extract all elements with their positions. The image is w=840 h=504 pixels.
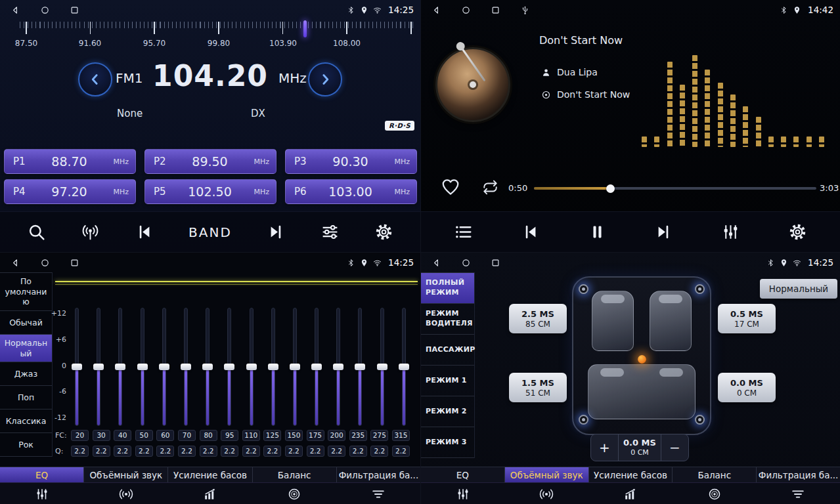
slider-handle[interactable] — [159, 364, 169, 370]
car-seating-diagram[interactable] — [572, 276, 711, 435]
audio-tab[interactable]: Усиление басов — [168, 467, 252, 482]
eq-preset-item[interactable]: Поп — [0, 386, 52, 410]
frequency-ruler[interactable]: 87.5091.6095.7099.80103.90108.00 — [7, 22, 414, 53]
tab-eq[interactable] — [0, 483, 84, 504]
slider-handle[interactable] — [290, 364, 300, 370]
sound-mode-item[interactable]: РЕЖИМ 1 — [421, 366, 474, 396]
progress-knob[interactable] — [606, 184, 615, 193]
eq-preset-item[interactable]: Рок — [0, 433, 52, 457]
slider-handle[interactable] — [377, 364, 387, 370]
eq-preset-item[interactable]: Джаз — [0, 362, 52, 386]
home-button[interactable] — [40, 5, 50, 15]
audio-tab[interactable]: Усиление басов — [589, 467, 673, 482]
tab-surround[interactable] — [505, 483, 589, 504]
recents-button[interactable] — [491, 5, 500, 15]
audio-tab[interactable]: Баланс — [673, 467, 757, 482]
tab-bass-boost[interactable] — [168, 483, 252, 504]
slider-handle[interactable] — [115, 364, 125, 370]
sound-mode-item[interactable]: РЕЖИМ 3 — [421, 427, 474, 458]
eq-preset-item[interactable]: Классика — [0, 410, 52, 433]
listening-position-dot[interactable] — [638, 355, 646, 364]
speaker-delay-button[interactable]: 1.5 MS 51 CM — [509, 373, 567, 402]
slider-handle[interactable] — [72, 364, 82, 370]
eq-band-slider[interactable] — [332, 308, 344, 426]
sound-mode-item[interactable]: РЕЖИМ ВОДИТЕЛЯ — [421, 304, 474, 335]
audio-tab[interactable]: EQ — [421, 467, 505, 482]
back-button[interactable] — [431, 258, 441, 268]
recents-button[interactable] — [70, 258, 79, 268]
album-art[interactable] — [435, 47, 510, 122]
broadcast-button[interactable] — [81, 222, 100, 242]
slider-handle[interactable] — [93, 364, 104, 370]
preset-button[interactable]: P5 102.50 MHz — [144, 179, 276, 204]
tab-surround[interactable] — [84, 483, 168, 504]
sound-mode-item[interactable]: ПАССАЖИР — [421, 335, 474, 366]
slider-handle[interactable] — [202, 364, 213, 370]
preset-button[interactable]: P2 89.50 MHz — [144, 149, 276, 174]
back-button[interactable] — [11, 258, 20, 268]
slider-handle[interactable] — [268, 364, 278, 370]
eq-band-slider[interactable] — [180, 308, 192, 426]
eq-band-slider[interactable] — [114, 308, 126, 426]
speaker-delay-button[interactable]: 0.0 MS 0 CM — [718, 373, 776, 402]
eq-band-slider[interactable] — [311, 308, 322, 426]
eq-band-slider[interactable] — [289, 308, 301, 426]
recents-button[interactable] — [70, 5, 79, 15]
slider-handle[interactable] — [246, 364, 257, 370]
eq-band-slider[interactable] — [93, 308, 104, 426]
slider-handle[interactable] — [224, 364, 234, 370]
band-button[interactable]: BAND — [188, 224, 232, 240]
pause-button[interactable] — [588, 222, 607, 242]
next-track-button[interactable] — [654, 222, 673, 242]
tune-down-button[interactable] — [78, 62, 112, 96]
eq-band-slider[interactable] — [376, 308, 388, 426]
eq-preset-item[interactable]: Обычай — [0, 311, 52, 335]
preset-button[interactable]: P6 103.00 MHz — [285, 179, 417, 204]
preset-button[interactable]: P1 88.70 MHz — [4, 149, 136, 174]
eq-band-slider[interactable] — [137, 308, 148, 426]
audio-tab[interactable]: Объёмный звук — [84, 467, 168, 482]
back-button[interactable] — [11, 5, 20, 15]
tab-filter[interactable] — [756, 483, 840, 504]
home-button[interactable] — [461, 258, 471, 268]
home-button[interactable] — [461, 5, 471, 15]
prev-station-button[interactable] — [135, 222, 154, 242]
speaker-delay-button[interactable]: 0.5 MS 17 CM — [718, 304, 776, 333]
tab-balance[interactable] — [252, 483, 336, 504]
audio-tab[interactable]: Объёмный звук — [505, 467, 589, 482]
scan-button[interactable] — [27, 222, 46, 242]
slider-handle[interactable] — [311, 364, 322, 370]
audio-tab[interactable]: Фильтрация ба... — [757, 467, 840, 482]
settings-button[interactable] — [788, 222, 807, 242]
eq-band-slider[interactable] — [246, 308, 257, 426]
sound-mode-item[interactable]: ПОЛНЫЙ РЕЖИМ — [421, 273, 474, 304]
audio-tab[interactable]: Фильтрация ба... — [337, 467, 420, 482]
eq-band-slider[interactable] — [354, 308, 366, 426]
slider-handle[interactable] — [399, 364, 409, 370]
tab-bass-boost[interactable] — [588, 483, 673, 504]
prev-track-button[interactable] — [521, 222, 540, 242]
tune-up-button[interactable] — [308, 62, 342, 96]
repeat-button[interactable] — [481, 178, 499, 196]
eq-band-slider[interactable] — [202, 308, 213, 426]
eq-preset-item[interactable]: По умолчанию — [0, 273, 52, 311]
increase-delay-button[interactable]: + — [591, 434, 619, 461]
next-station-button[interactable] — [267, 222, 286, 242]
sound-mode-item[interactable]: РЕЖИМ 2 — [421, 396, 474, 427]
back-button[interactable] — [431, 5, 441, 15]
progress-bar[interactable] — [534, 187, 816, 190]
preset-button[interactable]: P3 90.30 MHz — [285, 149, 417, 174]
eq-band-slider[interactable] — [267, 308, 279, 426]
eq-band-slider[interactable] — [398, 308, 410, 426]
eq-band-slider[interactable] — [71, 308, 83, 426]
audio-tab[interactable]: EQ — [0, 467, 84, 482]
field-preset-button[interactable]: Нормальный — [760, 279, 837, 299]
eq-preset-item[interactable]: Нормальный — [0, 335, 52, 362]
eq-band-slider[interactable] — [223, 308, 235, 426]
playlist-button[interactable] — [454, 222, 473, 242]
tab-filter[interactable] — [336, 483, 420, 504]
eq-band-slider[interactable] — [158, 308, 170, 426]
preset-button[interactable]: P4 97.20 MHz — [4, 179, 136, 204]
slider-handle[interactable] — [333, 364, 343, 370]
audio-tab[interactable]: Баланс — [253, 467, 337, 482]
